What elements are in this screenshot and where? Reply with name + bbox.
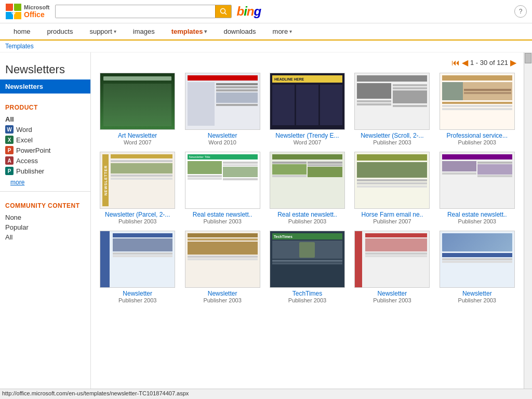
sidebar-community-all[interactable]: All: [5, 232, 85, 242]
list-item: Newsletter (Scroll, 2-... Publisher 2003: [353, 73, 431, 145]
nav-downloads[interactable]: downloads: [215, 23, 264, 39]
svg-text:O: O: [11, 10, 16, 16]
template-thumb[interactable]: [440, 231, 515, 288]
template-thumb[interactable]: [440, 152, 515, 209]
breadcrumb: Templates: [0, 41, 532, 52]
powerpoint-icon: P: [5, 146, 14, 154]
template-name[interactable]: Newsletter: [208, 290, 237, 297]
template-thumb[interactable]: NEWSLETTER: [100, 152, 175, 209]
search-input[interactable]: [56, 6, 215, 18]
prev-page-button[interactable]: ◀: [462, 58, 468, 68]
sidebar-community-section: COMMUNITY CONTENT None Popular All: [0, 197, 90, 242]
first-page-button[interactable]: ⏮: [451, 58, 460, 68]
sidebar-all-label: All: [5, 115, 14, 123]
sidebar-page-title: Newsletters: [5, 63, 85, 76]
page-info: 1 - 30 of 121: [470, 59, 508, 66]
template-thumb[interactable]: [270, 152, 345, 209]
nav-products[interactable]: products: [39, 23, 82, 39]
template-app: Publisher 2003: [118, 297, 156, 303]
template-thumb[interactable]: [100, 231, 175, 288]
template-thumb[interactable]: [100, 73, 175, 130]
breadcrumb-link[interactable]: Templates: [5, 43, 34, 50]
template-thumb[interactable]: HEADLINE HERE: [270, 73, 345, 130]
template-thumb[interactable]: Newsletter Title: [185, 152, 260, 209]
nav-home[interactable]: home: [5, 23, 39, 39]
svg-point-5: [220, 9, 225, 14]
template-name[interactable]: TechTimes: [292, 290, 323, 297]
sidebar-more-link[interactable]: more: [5, 179, 30, 186]
template-name[interactable]: Real estate newslett..: [193, 211, 252, 218]
template-thumb[interactable]: [440, 73, 515, 130]
sidebar-product-word[interactable]: W Word: [5, 124, 85, 135]
nav-support[interactable]: support ▾: [81, 23, 124, 39]
template-app: Publisher 2003: [458, 218, 496, 224]
list-item: Newsletter Word 2010: [183, 73, 261, 145]
sidebar-community-none[interactable]: None: [5, 212, 85, 222]
template-app: Publisher 2003: [458, 139, 496, 145]
office-logo[interactable]: O MicrosoftOffice: [5, 3, 50, 20]
sidebar-ppt-label: PowerPoint: [16, 147, 50, 154]
template-app: Word 2007: [124, 139, 152, 145]
sidebar-excel-label: Excel: [16, 136, 33, 144]
sidebar-product-all[interactable]: All: [5, 114, 85, 124]
template-name[interactable]: Real estate newslett..: [277, 211, 337, 218]
template-thumb[interactable]: [354, 231, 430, 288]
template-thumb[interactable]: [185, 231, 260, 288]
template-name[interactable]: Horse Farm email ne..: [362, 211, 423, 218]
sidebar-product-publisher[interactable]: P Publisher: [5, 166, 85, 176]
access-icon: A: [5, 156, 14, 165]
list-item: Real estate newslett.. Publisher 2003: [268, 152, 347, 224]
template-thumb[interactable]: [354, 73, 430, 130]
template-app: Publisher 2003: [373, 297, 411, 303]
sidebar-product-excel[interactable]: X Excel: [5, 135, 85, 145]
statusbar: http://office.microsoft.com/en-us/templa…: [0, 389, 532, 399]
header: O MicrosoftOffice bing ?: [0, 0, 532, 23]
main-content: Newsletters Newsletters PRODUCT All W Wo…: [0, 52, 532, 399]
template-name[interactable]: Newsletter (Scroll, 2-...: [361, 132, 423, 139]
template-app: Publisher 2003: [288, 297, 326, 303]
sidebar-newsletters-selected[interactable]: Newsletters: [0, 79, 90, 94]
scrollbar[interactable]: [524, 52, 532, 399]
list-item: Newsletter Publisher 2003: [438, 231, 516, 303]
office-text: MicrosoftOffice: [24, 4, 50, 19]
list-item: Professional service... Publisher 2003: [438, 73, 516, 145]
template-name[interactable]: Newsletter: [123, 290, 152, 297]
nav-more[interactable]: more ▾: [264, 23, 301, 39]
template-thumb[interactable]: TechTimes: [270, 231, 345, 288]
list-item: Horse Farm email ne.. Publisher 2007: [353, 152, 431, 224]
template-app: Word 2007: [294, 139, 322, 145]
next-page-button[interactable]: ▶: [510, 58, 516, 68]
excel-icon: X: [5, 136, 14, 144]
status-url: http://office.microsoft.com/en-us/templa…: [2, 390, 189, 396]
sidebar-word-label: Word: [16, 126, 32, 134]
help-button[interactable]: ?: [514, 5, 527, 18]
list-item: Newsletter Publisher 2003: [183, 231, 261, 303]
template-thumb[interactable]: [185, 73, 260, 130]
template-name[interactable]: Newsletter (Parcel, 2-...: [105, 211, 170, 218]
sidebar-product-powerpoint[interactable]: P PowerPoint: [5, 145, 85, 155]
template-app: Publisher 2003: [373, 139, 411, 145]
template-thumb[interactable]: [354, 152, 430, 209]
sidebar-community-popular[interactable]: Popular: [5, 222, 85, 232]
template-name[interactable]: Newsletter: [208, 132, 237, 139]
template-app: Publisher 2003: [458, 297, 496, 303]
sidebar-access-label: Access: [16, 157, 38, 165]
template-app: Publisher 2003: [118, 218, 156, 224]
search-button[interactable]: [215, 5, 231, 18]
template-name[interactable]: Newsletter: [378, 290, 407, 297]
template-name[interactable]: Professional service...: [447, 132, 508, 139]
template-name[interactable]: Newsletter: [462, 290, 492, 297]
sidebar-product-section: PRODUCT All W Word X Excel P PowerPoint …: [0, 99, 90, 186]
nav-images[interactable]: images: [125, 23, 163, 39]
list-item: TechTimes TechTimes Publisher 2003: [268, 231, 347, 303]
template-name[interactable]: Art Newsletter: [118, 132, 157, 139]
nav-templates[interactable]: templates ▾: [163, 23, 216, 39]
template-name[interactable]: Real estate newslett..: [447, 211, 507, 218]
template-name[interactable]: Newsletter (Trendy E...: [275, 132, 339, 139]
sidebar-product-access[interactable]: A Access: [5, 155, 85, 166]
word-icon: W: [5, 125, 14, 134]
pagination: ⏮ ◀ 1 - 30 of 121 ▶: [98, 58, 516, 68]
template-grid: Art Newsletter Word 2007: [98, 73, 516, 303]
sidebar-community-label: COMMUNITY CONTENT: [5, 202, 85, 209]
svg-line-6: [224, 13, 227, 15]
